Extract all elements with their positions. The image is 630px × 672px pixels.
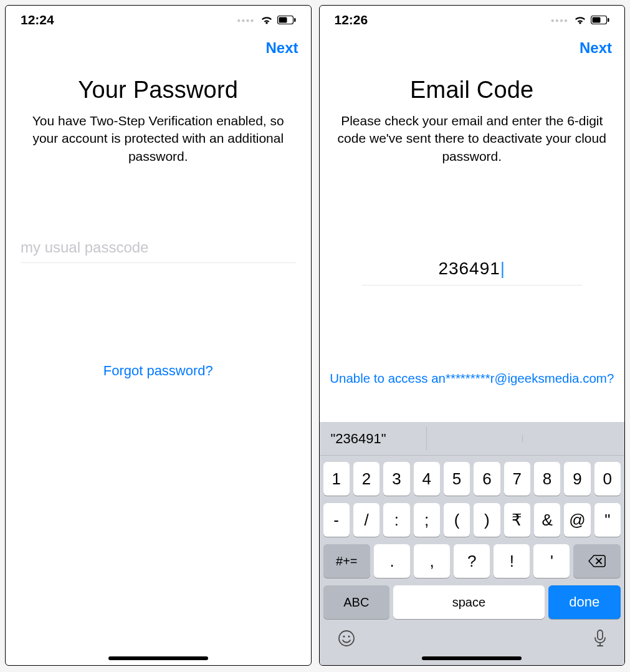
next-button[interactable]: Next [580,39,612,57]
key[interactable]: ' [533,544,570,578]
key[interactable]: ₹ [504,503,530,537]
keyboard-row: ABC space done [323,585,621,619]
key[interactable]: ! [494,544,530,578]
page-title: Email Code [410,77,533,103]
svg-rect-1 [279,17,287,23]
screen-password: 12:24 ●●●● Next Your Password You have T… [5,5,312,666]
status-right: ●●●● [237,15,295,25]
page-title: Your Password [78,77,238,103]
page-description: Please check your email and enter the 6-… [331,112,614,165]
svg-rect-4 [593,17,601,23]
next-button[interactable]: Next [265,39,298,57]
keyboard-rows: 1234567890 -/:;()₹&@" #+= . , ? ! ' ABC … [320,456,625,625]
key[interactable]: & [534,503,560,537]
signal-dots-icon: ●●●● [551,17,568,24]
key-abc[interactable]: ABC [323,585,390,619]
page-description: You have Two-Step Verification enabled, … [17,112,300,165]
key[interactable]: 1 [323,462,350,496]
password-input-row: my usual passcode [17,239,300,263]
key[interactable]: " [594,503,621,537]
nav-bar: Next [320,31,625,65]
key[interactable]: 7 [504,462,530,496]
key[interactable]: , [414,544,450,578]
keyboard-row: #+= . , ? ! ' [323,544,621,578]
key[interactable]: 9 [564,462,590,496]
key[interactable]: 3 [383,462,409,496]
password-input[interactable]: my usual passcode [21,239,296,263]
key[interactable]: 4 [414,462,440,496]
key-mode-switch[interactable]: #+= [323,544,371,578]
suggestion-item[interactable] [427,435,523,443]
key[interactable]: 5 [444,462,470,496]
screen-email-code: 12:26 ●●●● Next Email Code Please check … [319,5,626,666]
code-input-row: 236491| [331,259,614,286]
suggestion-item[interactable] [523,435,618,443]
suggestion-item[interactable]: "236491" [326,427,427,451]
battery-icon [591,16,609,24]
status-bar: 12:24 ●●●● [6,6,311,31]
content-area: Your Password You have Two-Step Verifica… [6,65,311,665]
keyboard-row: -/:;()₹&@" [323,503,621,537]
text-cursor: | [500,259,505,278]
svg-point-8 [348,635,350,637]
mic-icon[interactable] [593,629,607,648]
key[interactable]: / [353,503,379,537]
keyboard-row: 1234567890 [323,462,621,496]
svg-rect-9 [598,630,603,640]
backspace-icon [588,555,606,567]
nav-bar: Next [6,31,311,65]
keyboard-suggestions: "236491" [320,422,625,456]
status-time: 12:24 [21,12,54,27]
key[interactable]: 8 [534,462,560,496]
home-indicator[interactable] [108,656,208,660]
key[interactable]: ) [474,503,500,537]
keyboard: "236491" 1234567890 -/:;()₹&@" #+= . , ?… [320,422,625,665]
svg-point-6 [339,631,354,646]
svg-point-7 [343,635,345,637]
key[interactable]: 6 [474,462,500,496]
key[interactable]: . [374,544,410,578]
forgot-password-link[interactable]: Forgot password? [103,363,213,379]
key-space[interactable]: space [393,585,544,619]
status-time: 12:26 [335,12,368,27]
key[interactable]: @ [564,503,590,537]
key[interactable]: - [323,503,350,537]
wifi-icon [573,15,587,25]
svg-rect-5 [608,18,609,22]
svg-rect-2 [294,18,296,22]
code-value: 236491 [438,259,500,278]
key[interactable]: ( [444,503,470,537]
signal-dots-icon: ●●●● [237,17,254,24]
key[interactable]: ; [414,503,440,537]
key[interactable]: 2 [353,462,379,496]
home-indicator[interactable] [422,656,522,660]
key[interactable]: : [383,503,409,537]
key[interactable]: ? [454,544,490,578]
code-input[interactable]: 236491| [362,259,582,286]
key-backspace[interactable] [573,544,621,578]
key[interactable]: 0 [594,462,621,496]
battery-icon [277,16,296,24]
status-bar: 12:26 ●●●● [320,6,625,31]
emoji-icon[interactable] [337,629,356,648]
status-right: ●●●● [551,15,609,25]
wifi-icon [260,15,274,25]
key-done[interactable]: done [548,585,621,619]
unable-access-link[interactable]: Unable to access an*********r@igeeksmedi… [320,371,625,386]
